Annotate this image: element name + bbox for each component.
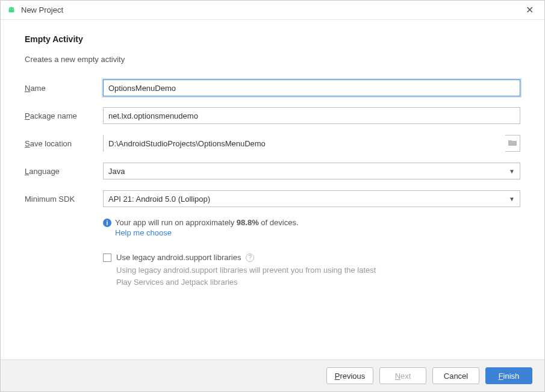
minimum-sdk-select[interactable]: API 21: Android 5.0 (Lollipop) ▼ — [103, 190, 520, 207]
titlebar: New Project ✕ — [1, 1, 544, 20]
page-subtitle: Creates a new empty activity — [25, 55, 520, 64]
legacy-description: Using legacy android.support libraries w… — [116, 264, 381, 288]
package-input[interactable] — [103, 107, 520, 124]
device-coverage-info: i Your app will run on approximately 98.… — [103, 218, 520, 237]
previous-button[interactable]: Previous — [326, 367, 373, 384]
dialog-footer: Previous Next Cancel Finish — [1, 359, 544, 391]
row-name: Name — [25, 79, 520, 96]
label-name: Name — [25, 84, 103, 93]
row-package: Package name — [25, 107, 520, 124]
cancel-button[interactable]: Cancel — [432, 367, 479, 384]
info-icon: i — [103, 219, 111, 227]
row-language: Language Java ▼ — [25, 163, 520, 179]
new-project-dialog: New Project ✕ Empty Activity Creates a n… — [0, 0, 545, 392]
language-select[interactable]: Java ▼ — [103, 163, 520, 179]
label-package: Package name — [25, 111, 103, 120]
save-location-field — [103, 135, 520, 152]
row-minimum-sdk: Minimum SDK API 21: Android 5.0 (Lollipo… — [25, 190, 520, 207]
browse-folder-icon[interactable] — [505, 139, 520, 148]
label-minimum-sdk: Minimum SDK — [25, 194, 103, 204]
save-location-input[interactable] — [104, 135, 505, 152]
android-icon — [7, 5, 16, 15]
dialog-content: Empty Activity Creates a new empty activ… — [1, 20, 544, 359]
coverage-text: Your app will run on approximately 98.8%… — [115, 218, 299, 227]
close-icon[interactable]: ✕ — [520, 4, 538, 16]
svg-point-0 — [10, 8, 10, 9]
help-me-choose-link[interactable]: Help me choose — [115, 228, 520, 237]
chevron-down-icon: ▼ — [509, 168, 515, 175]
window-title: New Project — [21, 5, 520, 14]
svg-point-1 — [12, 8, 13, 9]
page-heading: Empty Activity — [25, 34, 520, 44]
name-input[interactable] — [103, 79, 520, 96]
help-icon[interactable]: ? — [246, 254, 254, 262]
legacy-checkbox-label: Use legacy android.support libraries — [116, 253, 241, 262]
finish-button[interactable]: Finish — [485, 367, 532, 384]
label-save-location: Save location — [25, 139, 103, 148]
row-save-location: Save location — [25, 135, 520, 152]
label-language: Language — [25, 167, 103, 176]
next-button: Next — [379, 367, 426, 384]
legacy-libraries-section: Use legacy android.support libraries ? U… — [103, 253, 520, 288]
chevron-down-icon: ▼ — [509, 196, 515, 202]
legacy-checkbox[interactable] — [103, 254, 111, 262]
